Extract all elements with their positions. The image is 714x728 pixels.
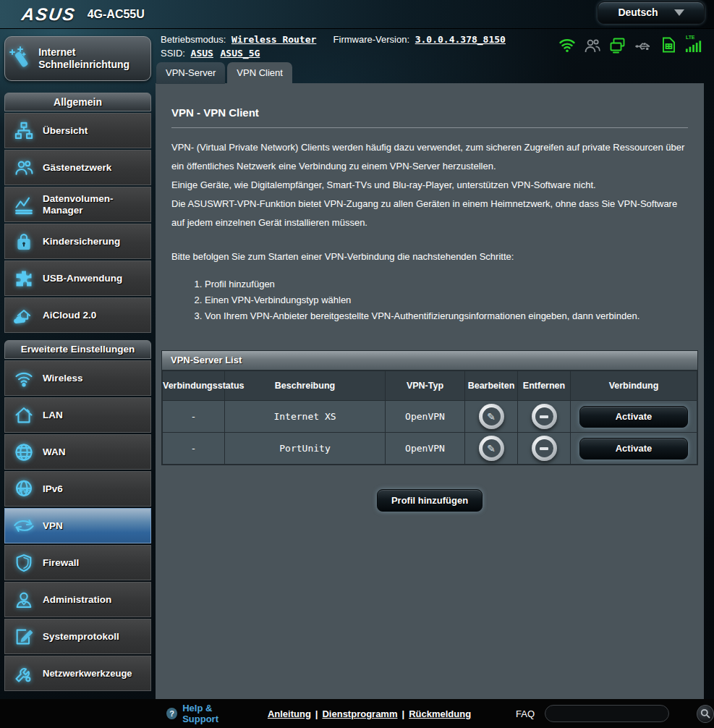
table-title: VPN-Server List bbox=[162, 351, 697, 371]
sitemap-icon bbox=[5, 121, 43, 141]
sidebar-item-usb-anwendung[interactable]: USB-Anwendung bbox=[4, 261, 151, 296]
footer-links: Anleitung| Dienstprogramm| Rückmeldung bbox=[268, 708, 471, 719]
faq-label: FAQ bbox=[516, 708, 535, 719]
sidebar-item-uebersicht[interactable]: Übersicht bbox=[4, 113, 151, 148]
firmware-link[interactable]: 3.0.0.4.378_8150 bbox=[415, 34, 506, 45]
cloud-home-icon bbox=[5, 305, 43, 326]
asus-logo: ASUS bbox=[20, 4, 77, 25]
sidebar: Internet Schnelleinrichtung Allgemein Üb… bbox=[4, 36, 151, 691]
sidebar-item-gaestenetzwerk[interactable]: Gästenetzwerk bbox=[4, 150, 151, 185]
col-bearbeiten: Bearbeiten bbox=[465, 371, 518, 401]
pencil-icon: ✎ bbox=[487, 444, 496, 454]
help-support-link[interactable]: ? Help & Support bbox=[166, 703, 247, 724]
feedback-link[interactable]: Rückmeldung bbox=[409, 708, 471, 719]
house-icon bbox=[5, 405, 43, 426]
remove-button[interactable] bbox=[532, 436, 557, 461]
description-paragraph: Einige Geräte, wie Digitalempfänger, Sma… bbox=[171, 176, 688, 195]
sidebar-item-systemprotokoll[interactable]: Systemprotokoll bbox=[4, 619, 151, 654]
table-row: - PortUnity OpenVPN ✎ Activate bbox=[163, 433, 697, 465]
faq-search-input[interactable] bbox=[545, 705, 669, 722]
wrench-icon bbox=[5, 664, 43, 684]
search-button[interactable] bbox=[697, 705, 714, 723]
sidebar-item-lan[interactable]: LAN bbox=[4, 397, 151, 433]
sidebar-item-wireless[interactable]: Wireless bbox=[4, 360, 151, 396]
device-info: Betriebsmodus: Wireless Router Firmware-… bbox=[161, 33, 510, 60]
sidebar-item-kindersicherung[interactable]: Kindersicherung bbox=[4, 224, 151, 259]
row-vpn-type: OpenVPN bbox=[386, 433, 465, 465]
row-description: Internet XS bbox=[225, 401, 386, 433]
lock-icon bbox=[5, 232, 43, 252]
lte-signal-icon[interactable]: LTE bbox=[685, 35, 702, 54]
tab-vpn-server[interactable]: VPN-Server bbox=[156, 62, 225, 84]
row-status: - bbox=[163, 433, 225, 465]
table-header-row: Verbindungsstatus Beschreibung VPN-Typ B… bbox=[163, 371, 697, 401]
sidebar-item-administration[interactable]: Administration bbox=[4, 582, 151, 617]
col-vpn-typ: VPN-Typ bbox=[386, 371, 465, 401]
minus-icon bbox=[540, 415, 548, 418]
table-row: - Internet XS OpenVPN ✎ Activate bbox=[163, 401, 697, 433]
question-mark-icon: ? bbox=[166, 708, 177, 719]
footer-bar: ? Help & Support Anleitung| Dienstprogra… bbox=[0, 699, 714, 728]
chevron-down-icon bbox=[674, 9, 684, 16]
edit-button[interactable]: ✎ bbox=[479, 436, 504, 461]
step-item: Von Ihrem VPN-Anbieter bereitgestellte V… bbox=[205, 308, 688, 324]
ssid-link-24g[interactable]: ASUS bbox=[191, 48, 213, 59]
vpn-arrows-icon bbox=[5, 516, 43, 536]
devices-icon[interactable] bbox=[609, 35, 626, 54]
sidebar-item-wan[interactable]: WAN bbox=[4, 434, 151, 470]
globe-icon bbox=[5, 442, 43, 462]
steps-list: Profil hinzufügen Einen VPN-Verbindungst… bbox=[205, 276, 688, 324]
col-verbindung: Verbindung bbox=[571, 371, 697, 401]
wifi-icon[interactable] bbox=[558, 35, 576, 54]
step-item: Profil hinzufügen bbox=[205, 276, 688, 292]
sidebar-item-netzwerkwerkzeuge[interactable]: Netzwerkwerkzeuge bbox=[4, 656, 151, 691]
search-icon bbox=[700, 708, 710, 719]
sidebar-item-datenvolumen-manager[interactable]: Datenvolumen-Manager bbox=[4, 187, 151, 222]
activate-button[interactable]: Activate bbox=[579, 438, 688, 460]
sidebar-item-firewall[interactable]: Firewall bbox=[4, 545, 151, 580]
description-paragraph: Die ASUSWRT-VPN-Funktion bietet VPN-Zuga… bbox=[171, 195, 688, 232]
sim-icon[interactable] bbox=[660, 35, 677, 54]
ssid-link-5g[interactable]: ASUS_5G bbox=[221, 48, 260, 59]
log-pencil-icon bbox=[5, 627, 43, 647]
clients-icon[interactable] bbox=[584, 35, 601, 54]
sidebar-item-ipv6[interactable]: IPv6 IPv6 bbox=[4, 471, 151, 507]
wifi-icon bbox=[5, 368, 43, 389]
quick-setup-label: Internet Schnelleinrichtung bbox=[38, 46, 150, 71]
sidebar-item-aicloud[interactable]: AiCloud 2.0 bbox=[4, 297, 151, 333]
edit-button[interactable]: ✎ bbox=[479, 404, 504, 429]
utility-link[interactable]: Dienstprogramm bbox=[322, 708, 397, 719]
pencil-icon: ✎ bbox=[487, 412, 496, 422]
language-select[interactable]: Deutsch bbox=[598, 1, 705, 24]
main-panel: VPN - VPN Client VPN- (Virtual Private N… bbox=[156, 83, 704, 699]
add-profile-button[interactable]: Profil hinzufügen bbox=[377, 489, 483, 512]
sidebar-section-allgemein: Allgemein bbox=[4, 93, 151, 111]
svg-text:LTE: LTE bbox=[686, 35, 695, 41]
step-item: Einen VPN-Verbindungstyp wählen bbox=[205, 292, 688, 308]
row-description: PortUnity bbox=[225, 433, 386, 465]
firmware-label: Firmware-Version: bbox=[333, 34, 409, 45]
row-vpn-type: OpenVPN bbox=[386, 401, 465, 433]
tab-vpn-client[interactable]: VPN Client bbox=[227, 62, 292, 84]
ssid-label: SSID: bbox=[161, 48, 185, 59]
activate-button[interactable]: Activate bbox=[579, 406, 688, 428]
page-description: VPN- (Virtual Private Network) Clients w… bbox=[171, 138, 688, 232]
status-icon-bar: LTE bbox=[558, 35, 702, 54]
col-entfernen: Entfernen bbox=[518, 371, 571, 401]
remove-button[interactable] bbox=[532, 404, 557, 429]
manual-link[interactable]: Anleitung bbox=[268, 708, 311, 719]
row-status: - bbox=[163, 401, 225, 433]
shield-icon bbox=[5, 553, 43, 573]
sidebar-item-vpn[interactable]: VPN bbox=[4, 508, 151, 543]
usb-icon[interactable] bbox=[634, 35, 652, 54]
vpn-tabs: VPN-Server VPN Client bbox=[156, 62, 292, 84]
sidebar-section-erweiterte-einstellungen: Erweiterte Einstellungen bbox=[4, 340, 151, 359]
admin-person-icon bbox=[5, 590, 43, 610]
vpn-server-list-table: VPN-Server List Verbindungsstatus Beschr… bbox=[161, 350, 698, 465]
quick-internet-setup-button[interactable]: Internet Schnelleinrichtung bbox=[4, 36, 151, 81]
magic-wand-icon bbox=[5, 46, 38, 72]
operation-mode-link[interactable]: Wireless Router bbox=[231, 34, 316, 45]
col-beschreibung: Beschreibung bbox=[225, 371, 386, 401]
ipv6-globe-icon: IPv6 bbox=[5, 479, 43, 499]
page-title: VPN - VPN Client bbox=[171, 106, 688, 119]
